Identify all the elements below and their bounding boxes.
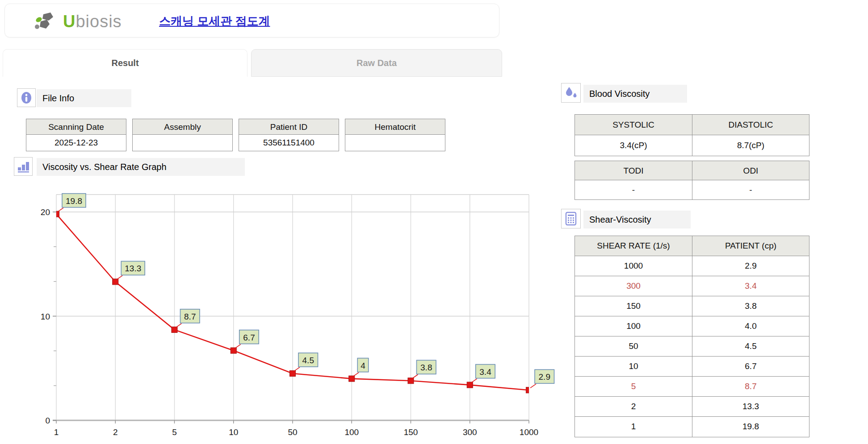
file-info-field-hematocrit: Hematocrit — [345, 119, 445, 151]
value-cell: 3.8 — [692, 296, 809, 316]
table-row: 10002.9 — [575, 256, 809, 276]
svg-text:3.8: 3.8 — [420, 363, 432, 372]
data-point-label: 3.8 — [412, 360, 436, 378]
data-point-label: 4 — [353, 358, 369, 377]
logo-u: U — [63, 12, 75, 31]
file-info-field-patient-id: Patient ID53561151400 — [239, 119, 339, 151]
file-info-title: File Info — [37, 89, 131, 107]
blood-viscosity-icon-box — [561, 83, 581, 103]
logo-text: Ubiosis — [63, 12, 122, 31]
value-cell: 2.9 — [692, 256, 809, 276]
value-cell: 13.3 — [692, 397, 809, 417]
bar-chart-icon — [17, 160, 30, 173]
file-info-table: Scanning Date2025-12-23AssemblyPatient I… — [26, 119, 445, 151]
x-axis-tick-label: 10 — [229, 427, 238, 437]
tab-result[interactable]: Result — [3, 49, 247, 77]
x-axis-tick-label: 5 — [172, 427, 177, 437]
value-cell: 4.5 — [692, 336, 809, 357]
field-value — [133, 135, 232, 151]
column-header: TODI — [575, 161, 692, 180]
value-cell: - — [575, 180, 692, 199]
value-cell: 4.0 — [692, 316, 809, 336]
data-point-marker — [467, 382, 473, 388]
value-cell: 50 — [575, 336, 692, 357]
header-bar: Ubiosis 스캐닝 모세관 점도계 — [4, 4, 499, 37]
data-point-marker — [172, 327, 177, 332]
file-info-field-scanning-date: Scanning Date2025-12-23 — [26, 119, 126, 151]
x-axis-tick-label: 150 — [404, 427, 418, 437]
x-axis-tick-label: 2 — [113, 427, 118, 437]
value-cell: 1 — [575, 417, 692, 437]
logo-rest: biosis — [75, 12, 122, 31]
graph-title: Viscosity vs. Shear Rate Graph — [37, 158, 245, 176]
data-point-marker — [408, 378, 414, 384]
file-info-field-assembly: Assembly — [132, 119, 233, 151]
value-cell: - — [692, 180, 809, 199]
app-korean-title: 스캐닝 모세관 점도계 — [159, 4, 270, 38]
table-row: 58.7 — [575, 377, 809, 397]
table-row: 3003.4 — [575, 276, 809, 296]
systolic-diastolic-table: SYSTOLICDIASTOLIC3.4(cP)8.7(cP) — [574, 114, 809, 156]
logo-pebbles-icon — [34, 11, 59, 32]
calculator-icon — [564, 212, 578, 226]
graph-icon-box — [14, 157, 33, 176]
value-cell: 2 — [575, 397, 692, 417]
svg-text:6.7: 6.7 — [243, 333, 255, 342]
info-icon — [20, 91, 33, 104]
svg-text:8.7: 8.7 — [184, 312, 196, 321]
svg-text:19.8: 19.8 — [66, 196, 82, 206]
data-point-label: 2.9 — [530, 369, 554, 388]
y-axis-tick-label: 10 — [41, 312, 50, 321]
field-value: 53561151400 — [239, 135, 339, 151]
data-point-marker — [349, 376, 355, 382]
value-cell: 3.4(cP) — [575, 135, 692, 156]
field-value: 2025-12-23 — [26, 135, 126, 151]
field-label: Scanning Date — [26, 119, 126, 135]
svg-text:4.5: 4.5 — [302, 356, 314, 365]
data-point-marker — [231, 348, 236, 353]
file-info-icon-box — [17, 88, 36, 107]
table-row: 1503.8 — [575, 296, 809, 316]
svg-text:4: 4 — [361, 361, 365, 370]
value-cell: 19.8 — [692, 417, 809, 437]
y-axis-tick-label: 20 — [41, 207, 50, 217]
x-axis-tick-label: 100 — [344, 427, 359, 437]
svg-text:3.4: 3.4 — [479, 367, 491, 377]
data-point-label: 13.3 — [117, 261, 145, 279]
svg-text:2.9: 2.9 — [539, 372, 550, 382]
viscosity-shear-rate-chart: 010201251050100150300100019.813.38.76.74… — [40, 183, 572, 444]
field-value — [345, 135, 445, 151]
x-axis-tick-label: 300 — [463, 427, 477, 437]
data-point-marker — [113, 279, 118, 285]
todi-odi-table: TODIODI-- — [574, 161, 809, 200]
data-point-label: 3.4 — [471, 365, 495, 383]
tab-raw-data[interactable]: Raw Data — [251, 49, 502, 77]
value-cell: 1000 — [575, 256, 692, 276]
table-row: 504.5 — [575, 336, 809, 357]
column-header: PATIENT (cp) — [692, 236, 809, 256]
ubiosis-logo: Ubiosis — [34, 11, 122, 32]
blood-drops-icon — [564, 86, 578, 100]
data-point-marker — [526, 387, 532, 393]
y-axis-tick-label: 0 — [45, 416, 50, 425]
table-row: 1004.0 — [575, 316, 809, 336]
data-point-label: 19.8 — [58, 194, 86, 212]
x-axis-tick-label: 1 — [54, 427, 59, 437]
field-label: Patient ID — [239, 119, 339, 135]
app-window: Ubiosis 스캐닝 모세관 점도계 Result Raw Data File… — [0, 0, 868, 444]
value-cell: 10 — [575, 357, 692, 377]
value-cell: 150 — [575, 296, 692, 316]
value-cell: 100 — [575, 316, 692, 336]
value-cell: 3.4 — [692, 276, 809, 296]
x-axis-tick-label: 1000 — [520, 427, 538, 437]
column-header: DIASTOLIC — [692, 115, 809, 135]
shear-viscosity-table: SHEAR RATE (1/s)PATIENT (cp)10002.93003.… — [574, 236, 809, 437]
column-header: ODI — [692, 161, 809, 180]
value-cell: 6.7 — [692, 357, 809, 377]
svg-text:13.3: 13.3 — [125, 264, 141, 273]
table-row: 106.7 — [575, 357, 809, 377]
shear-viscosity-icon-box — [561, 209, 581, 228]
data-point-label: 8.7 — [176, 309, 200, 328]
column-header: SYSTOLIC — [575, 115, 692, 135]
value-cell: 8.7 — [692, 377, 809, 397]
